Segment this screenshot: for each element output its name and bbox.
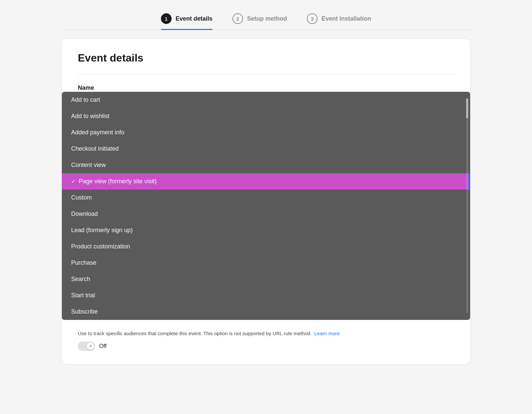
step-3-label: Event installation: [322, 15, 371, 22]
learn-more-link[interactable]: Learn more: [314, 331, 340, 336]
dropdown-item-label: Content view: [71, 162, 106, 169]
dropdown-item-lead[interactable]: Lead (formerly sign up): [62, 222, 470, 238]
dropdown-item-label: Checkout initiated: [71, 145, 119, 152]
toggle-label: Off: [99, 343, 106, 349]
dropdown-item-label: Search: [71, 276, 90, 283]
dropdown-item-purchase[interactable]: Purchase: [62, 255, 470, 271]
field-name-label: Name: [78, 84, 454, 91]
checkmark-icon: ✓: [71, 178, 75, 185]
step-1-circle: 1: [161, 13, 172, 24]
dropdown-item-label: Start trial: [71, 292, 95, 299]
step-event-installation[interactable]: 3 Event installation: [307, 13, 371, 30]
dropdown-item-add-to-wishlist[interactable]: Add to wishlist: [62, 108, 470, 124]
dropdown-item-content-view[interactable]: Content view: [62, 157, 470, 173]
toggle-knob: ✕: [87, 343, 94, 350]
dropdown-item-custom[interactable]: Custom: [62, 190, 470, 206]
dropdown-item-label: Added payment info: [71, 129, 124, 136]
dropdown-scrollbar-thumb: [466, 98, 468, 118]
selected-scrollbar: [468, 173, 470, 190]
dropdown-scrollbar-track[interactable]: [466, 98, 468, 313]
dropdown-item-checkout-initiated[interactable]: Checkout initiated: [62, 141, 470, 157]
dropdown-item-page-view[interactable]: ✓ Page view (formerly site visit): [62, 173, 470, 190]
dropdown-item-label: Page view (formerly site visit): [79, 178, 157, 185]
dropdown-item-product-customization[interactable]: Product customization: [62, 238, 470, 255]
dropdown-item-label: Download: [71, 210, 98, 217]
step-2-label: Setup method: [247, 15, 287, 22]
toggle-switch[interactable]: ✕: [78, 342, 95, 351]
main-card: Event details Name Give your event a uni…: [62, 38, 470, 364]
dropdown-menu: Add to cart Add to wishlist Added paymen…: [62, 92, 470, 320]
dropdown-item-download[interactable]: Download: [62, 206, 470, 222]
page-title: Event details: [78, 52, 454, 64]
dropdown-item-label: Custom: [71, 194, 92, 201]
stepper-divider: [62, 30, 470, 30]
dropdown-item-add-to-cart[interactable]: Add to cart: [62, 92, 470, 108]
stepper: 1 Event details 2 Setup method 3 Event i…: [62, 7, 470, 30]
dropdown-item-search[interactable]: Search: [62, 271, 470, 287]
card-divider: [78, 74, 454, 74]
step-setup-method[interactable]: 2 Setup method: [232, 13, 287, 30]
dropdown-item-label: Product customization: [71, 243, 130, 250]
step-1-label: Event details: [176, 15, 212, 22]
dropdown-item-label: Add to cart: [71, 96, 100, 103]
dropdown-item-added-payment-info[interactable]: Added payment info: [62, 124, 470, 141]
step-3-circle: 3: [307, 13, 318, 24]
bottom-description: Use to track specific audiences that com…: [78, 331, 454, 336]
dropdown-item-start-trial[interactable]: Start trial: [62, 287, 470, 304]
step-2-circle: 2: [232, 13, 243, 24]
dropdown-item-label: Purchase: [71, 259, 96, 266]
toggle-row: ✕ Off: [78, 342, 454, 351]
dropdown-item-label: Lead (formerly sign up): [71, 227, 133, 234]
dropdown-item-label: Add to wishlist: [71, 113, 109, 120]
bottom-section: Use to track specific audiences that com…: [78, 325, 454, 351]
dropdown-item-label: Subscribe: [71, 308, 98, 315]
dropdown-item-subscribe[interactable]: Subscribe: [62, 304, 470, 320]
step-event-details[interactable]: 1 Event details: [161, 13, 212, 30]
